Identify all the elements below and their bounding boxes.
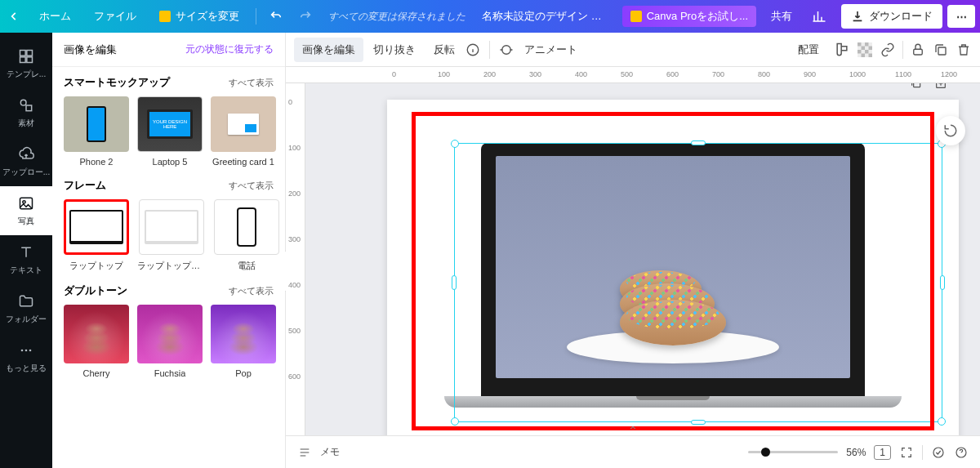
download-button[interactable]: ダウンロード	[841, 4, 942, 29]
nav-more[interactable]: もっと見る	[0, 333, 52, 382]
mockup-card-thumb[interactable]	[211, 96, 276, 152]
nav-label: テキスト	[10, 265, 42, 276]
photos-icon	[17, 194, 35, 212]
duotone-cherry-thumb[interactable]	[64, 305, 129, 363]
crown-icon	[630, 11, 642, 22]
crop-button[interactable]: 切り抜き	[365, 38, 424, 62]
more-icon	[17, 341, 35, 359]
frame-laptop-thumb[interactable]	[64, 199, 129, 255]
notes-label[interactable]: メモ	[320, 445, 340, 459]
svg-rect-23	[938, 47, 946, 55]
frame-laptop-white-thumb[interactable]	[139, 199, 204, 255]
design-page[interactable]	[387, 100, 959, 435]
duplicate-icon[interactable]	[933, 42, 949, 58]
svg-rect-2	[20, 57, 26, 63]
motion-icon	[498, 42, 514, 58]
nav-text[interactable]: テキスト	[0, 235, 52, 284]
mockup-laptop-thumb[interactable]: YOUR DESIGN HERE	[137, 96, 203, 152]
nav-label: もっと見る	[6, 363, 47, 374]
edit-image-button[interactable]: 画像を編集	[294, 38, 363, 62]
nav-elements[interactable]: 素材	[0, 88, 52, 137]
page-count[interactable]: 1	[874, 445, 891, 460]
transparency-icon[interactable]	[857, 42, 873, 58]
undo-button[interactable]	[261, 0, 291, 33]
svg-rect-1	[27, 51, 33, 56]
svg-rect-3	[27, 57, 33, 63]
lock-icon[interactable]	[910, 42, 926, 58]
svg-rect-0	[20, 51, 26, 56]
duotone-pop-thumb[interactable]	[211, 305, 276, 363]
svg-rect-20	[862, 53, 866, 57]
mockup-phone-thumb[interactable]	[64, 96, 129, 152]
home-button[interactable]: ホーム	[28, 0, 82, 33]
section-title: スマートモックアップ	[64, 75, 170, 90]
nav-label: フォルダー	[6, 314, 47, 325]
section-title: フレーム	[64, 178, 106, 193]
thumb-label: 電話	[238, 260, 256, 272]
canvas-stage[interactable]: + ペーを追加	[305, 83, 980, 435]
add-page-icon[interactable]	[933, 83, 949, 91]
nav-label: 写真	[18, 216, 34, 227]
styles-icon[interactable]	[834, 42, 850, 58]
svg-point-26	[933, 448, 943, 457]
delete-icon[interactable]	[956, 42, 972, 58]
uploads-icon	[17, 145, 35, 163]
svg-point-12	[502, 45, 511, 54]
nav-uploads[interactable]: アップロー...	[0, 137, 52, 186]
svg-rect-19	[865, 50, 869, 54]
position-button[interactable]: 配置	[790, 38, 827, 62]
nav-label: テンプレ...	[7, 69, 46, 80]
text-icon	[17, 243, 35, 261]
svg-point-8	[21, 350, 24, 352]
nav-photos[interactable]: 写真	[0, 186, 52, 235]
svg-point-7	[23, 201, 25, 203]
svg-point-9	[25, 350, 28, 352]
share-button[interactable]: 共有	[760, 0, 804, 33]
panel-body[interactable]: スマートモックアップすべて表示 Phone 2 YOUR DESIGN HERE…	[52, 67, 285, 468]
copy-page-icon[interactable]	[908, 83, 924, 91]
zoom-slider[interactable]	[748, 451, 838, 453]
view-check-icon[interactable]	[931, 445, 946, 460]
thumb-label: ラップトップ	[69, 260, 123, 272]
fullscreen-icon[interactable]	[899, 445, 914, 460]
selected-mockup[interactable]	[412, 112, 934, 430]
download-label: ダウンロード	[869, 9, 933, 24]
svg-rect-14	[858, 42, 862, 47]
more-menu[interactable]: ⋯	[947, 5, 975, 28]
redo-button[interactable]	[291, 0, 320, 33]
zoom-value[interactable]: 56%	[846, 447, 866, 458]
duotone-fuchsia-thumb[interactable]	[137, 305, 203, 363]
flip-button[interactable]: 反転	[425, 38, 463, 62]
thumb-label: Laptop 5	[153, 157, 188, 167]
nav-templates[interactable]: テンプレ...	[0, 39, 52, 88]
insights-button[interactable]	[804, 0, 835, 33]
frame-phone-thumb[interactable]	[214, 199, 279, 255]
see-all-link[interactable]: すべて表示	[229, 77, 274, 89]
svg-rect-17	[869, 46, 873, 50]
reset-button[interactable]: 元の状態に復元する	[185, 42, 274, 56]
reset-view-button[interactable]	[936, 116, 965, 145]
resize-button[interactable]: サイズを変更	[148, 0, 251, 33]
elements-icon	[17, 96, 35, 114]
notes-icon[interactable]	[297, 445, 312, 460]
resize-label: サイズを変更	[176, 9, 239, 24]
templates-icon	[17, 47, 35, 65]
link-icon[interactable]	[880, 42, 896, 58]
doc-title[interactable]: 名称未設定のデザイン - 1200p...	[474, 9, 612, 24]
file-menu[interactable]: ファイル	[82, 0, 148, 33]
try-pro-button[interactable]: Canva Proをお試し...	[622, 6, 756, 27]
see-all-link[interactable]: すべて表示	[229, 285, 274, 297]
animate-button[interactable]: アニメート	[516, 38, 586, 62]
see-all-link[interactable]: すべて表示	[229, 180, 274, 192]
thumb-label: Fuchsia	[154, 368, 186, 378]
help-icon[interactable]	[954, 445, 969, 460]
nav-folders[interactable]: フォルダー	[0, 284, 52, 333]
ruler-horizontal: 0100200300400500600700800900100011001200	[286, 67, 980, 83]
save-status: すべての変更は保存されました	[320, 10, 474, 24]
section-title: ダブルトーン	[64, 283, 127, 298]
svg-rect-15	[865, 42, 869, 47]
thumb-label: ラップトップ（ホ...	[137, 260, 206, 272]
info-icon[interactable]	[465, 42, 481, 58]
thumb-label: Pop	[235, 368, 252, 378]
back-button[interactable]	[0, 0, 28, 33]
